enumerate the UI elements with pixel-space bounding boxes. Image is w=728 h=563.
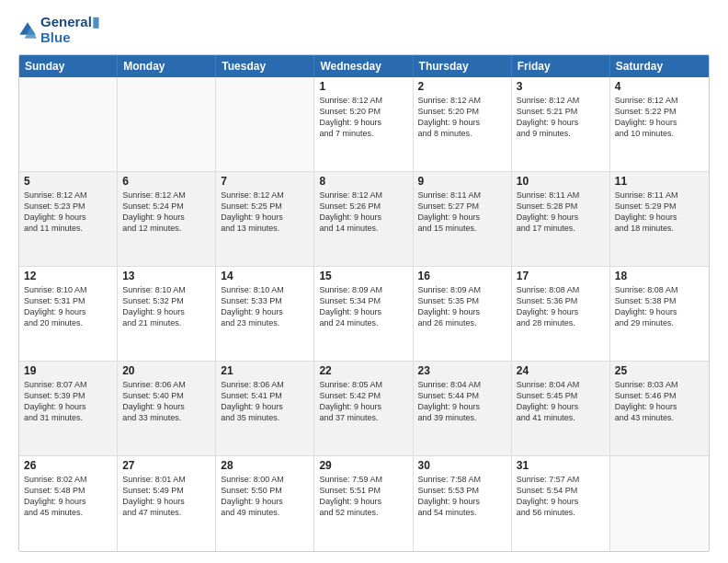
cell-text: Sunrise: 8:12 AM Sunset: 5:26 PM Dayligh… xyxy=(319,190,407,235)
day-cell-24: 24Sunrise: 8:04 AM Sunset: 5:45 PM Dayli… xyxy=(512,362,610,455)
day-cell-9: 9Sunrise: 8:11 AM Sunset: 5:27 PM Daylig… xyxy=(414,172,512,266)
day-cell-26: 26Sunrise: 8:02 AM Sunset: 5:48 PM Dayli… xyxy=(19,456,118,551)
calendar-header: SundayMondayTuesdayWednesdayThursdayFrid… xyxy=(19,55,709,77)
day-cell-13: 13Sunrise: 8:10 AM Sunset: 5:32 PM Dayli… xyxy=(118,267,216,361)
day-number: 1 xyxy=(319,80,407,93)
day-cell-15: 15Sunrise: 8:09 AM Sunset: 5:34 PM Dayli… xyxy=(314,267,413,361)
day-cell-4: 4Sunrise: 8:12 AM Sunset: 5:22 PM Daylig… xyxy=(610,77,709,171)
logo: General▮ Blue xyxy=(18,15,99,45)
day-number: 3 xyxy=(517,80,605,93)
day-number: 12 xyxy=(24,270,112,282)
cell-text: Sunrise: 8:06 AM Sunset: 5:40 PM Dayligh… xyxy=(122,379,210,424)
day-number: 18 xyxy=(615,270,704,282)
day-cell-17: 17Sunrise: 8:08 AM Sunset: 5:36 PM Dayli… xyxy=(512,267,610,361)
day-number: 2 xyxy=(418,80,506,93)
cell-text: Sunrise: 7:57 AM Sunset: 5:54 PM Dayligh… xyxy=(517,474,605,519)
day-number: 26 xyxy=(24,459,112,472)
weekday-header-sunday: Sunday xyxy=(19,55,118,77)
cell-text: Sunrise: 8:11 AM Sunset: 5:29 PM Dayligh… xyxy=(615,190,704,235)
day-number: 4 xyxy=(615,80,704,93)
day-cell-12: 12Sunrise: 8:10 AM Sunset: 5:31 PM Dayli… xyxy=(19,267,118,361)
week-row-2: 5Sunrise: 8:12 AM Sunset: 5:23 PM Daylig… xyxy=(19,172,709,267)
day-cell-28: 28Sunrise: 8:00 AM Sunset: 5:50 PM Dayli… xyxy=(216,456,314,551)
day-number: 10 xyxy=(517,175,605,188)
day-cell-19: 19Sunrise: 8:07 AM Sunset: 5:39 PM Dayli… xyxy=(19,362,118,455)
day-number: 31 xyxy=(517,459,605,472)
cell-text: Sunrise: 7:59 AM Sunset: 5:51 PM Dayligh… xyxy=(319,474,407,519)
cell-text: Sunrise: 8:08 AM Sunset: 5:36 PM Dayligh… xyxy=(517,284,605,329)
day-cell-23: 23Sunrise: 8:04 AM Sunset: 5:44 PM Dayli… xyxy=(414,362,512,455)
weekday-header-thursday: Thursday xyxy=(414,55,512,77)
day-number: 7 xyxy=(221,175,309,188)
cell-text: Sunrise: 8:05 AM Sunset: 5:42 PM Dayligh… xyxy=(319,379,407,424)
day-cell-27: 27Sunrise: 8:01 AM Sunset: 5:49 PM Dayli… xyxy=(118,456,216,551)
day-cell-20: 20Sunrise: 8:06 AM Sunset: 5:40 PM Dayli… xyxy=(118,362,216,455)
cell-text: Sunrise: 8:06 AM Sunset: 5:41 PM Dayligh… xyxy=(221,379,309,424)
cell-text: Sunrise: 8:11 AM Sunset: 5:28 PM Dayligh… xyxy=(517,190,605,235)
week-row-5: 26Sunrise: 8:02 AM Sunset: 5:48 PM Dayli… xyxy=(19,456,709,551)
cell-text: Sunrise: 8:12 AM Sunset: 5:20 PM Dayligh… xyxy=(418,95,506,140)
cell-text: Sunrise: 8:09 AM Sunset: 5:35 PM Dayligh… xyxy=(418,284,506,329)
day-cell-14: 14Sunrise: 8:10 AM Sunset: 5:33 PM Dayli… xyxy=(216,267,314,361)
day-number: 16 xyxy=(418,270,506,282)
cell-text: Sunrise: 8:10 AM Sunset: 5:31 PM Dayligh… xyxy=(24,284,112,329)
weekday-header-saturday: Saturday xyxy=(610,55,709,77)
day-cell-7: 7Sunrise: 8:12 AM Sunset: 5:25 PM Daylig… xyxy=(216,172,314,266)
day-number: 22 xyxy=(319,364,407,377)
day-cell-11: 11Sunrise: 8:11 AM Sunset: 5:29 PM Dayli… xyxy=(610,172,709,266)
week-row-3: 12Sunrise: 8:10 AM Sunset: 5:31 PM Dayli… xyxy=(19,267,709,362)
day-cell-21: 21Sunrise: 8:06 AM Sunset: 5:41 PM Dayli… xyxy=(216,362,314,455)
day-cell-16: 16Sunrise: 8:09 AM Sunset: 5:35 PM Dayli… xyxy=(414,267,512,361)
day-number: 5 xyxy=(24,175,112,188)
day-cell-10: 10Sunrise: 8:11 AM Sunset: 5:28 PM Dayli… xyxy=(512,172,610,266)
header: General▮ Blue xyxy=(18,15,710,45)
day-cell-25: 25Sunrise: 8:03 AM Sunset: 5:46 PM Dayli… xyxy=(610,362,709,455)
cell-text: Sunrise: 8:12 AM Sunset: 5:22 PM Dayligh… xyxy=(615,95,704,140)
day-number: 21 xyxy=(221,364,309,377)
day-cell-6: 6Sunrise: 8:12 AM Sunset: 5:24 PM Daylig… xyxy=(118,172,216,266)
weekday-header-monday: Monday xyxy=(118,55,216,77)
cell-text: Sunrise: 8:08 AM Sunset: 5:38 PM Dayligh… xyxy=(615,284,704,329)
cell-text: Sunrise: 8:10 AM Sunset: 5:33 PM Dayligh… xyxy=(221,284,309,329)
weekday-header-friday: Friday xyxy=(512,55,610,77)
day-number: 28 xyxy=(221,459,309,472)
week-row-4: 19Sunrise: 8:07 AM Sunset: 5:39 PM Dayli… xyxy=(19,362,709,456)
day-cell-22: 22Sunrise: 8:05 AM Sunset: 5:42 PM Dayli… xyxy=(314,362,413,455)
day-cell-8: 8Sunrise: 8:12 AM Sunset: 5:26 PM Daylig… xyxy=(314,172,413,266)
cell-text: Sunrise: 8:12 AM Sunset: 5:20 PM Dayligh… xyxy=(319,95,407,140)
empty-cell xyxy=(19,77,118,171)
cell-text: Sunrise: 8:12 AM Sunset: 5:23 PM Dayligh… xyxy=(24,190,112,235)
empty-cell xyxy=(610,456,709,551)
day-cell-1: 1Sunrise: 8:12 AM Sunset: 5:20 PM Daylig… xyxy=(314,77,413,171)
cell-text: Sunrise: 8:09 AM Sunset: 5:34 PM Dayligh… xyxy=(319,284,407,329)
day-number: 20 xyxy=(122,364,210,377)
weekday-header-tuesday: Tuesday xyxy=(216,55,314,77)
day-number: 27 xyxy=(122,459,210,472)
logo-icon xyxy=(18,21,37,40)
cell-text: Sunrise: 8:12 AM Sunset: 5:25 PM Dayligh… xyxy=(221,190,309,235)
cell-text: Sunrise: 8:01 AM Sunset: 5:49 PM Dayligh… xyxy=(122,474,210,519)
cell-text: Sunrise: 8:12 AM Sunset: 5:21 PM Dayligh… xyxy=(517,95,605,140)
day-number: 9 xyxy=(418,175,506,188)
day-number: 29 xyxy=(319,459,407,472)
day-number: 23 xyxy=(418,364,506,377)
day-cell-31: 31Sunrise: 7:57 AM Sunset: 5:54 PM Dayli… xyxy=(512,456,610,551)
cell-text: Sunrise: 8:07 AM Sunset: 5:39 PM Dayligh… xyxy=(24,379,112,424)
day-number: 11 xyxy=(615,175,704,188)
cell-text: Sunrise: 8:00 AM Sunset: 5:50 PM Dayligh… xyxy=(221,474,309,519)
empty-cell xyxy=(118,77,216,171)
page: General▮ Blue SundayMondayTuesdayWednesd… xyxy=(0,0,728,563)
weekday-header-wednesday: Wednesday xyxy=(314,55,413,77)
day-cell-3: 3Sunrise: 8:12 AM Sunset: 5:21 PM Daylig… xyxy=(512,77,610,171)
day-cell-18: 18Sunrise: 8:08 AM Sunset: 5:38 PM Dayli… xyxy=(610,267,709,361)
calendar: SundayMondayTuesdayWednesdayThursdayFrid… xyxy=(18,54,710,552)
cell-text: Sunrise: 8:12 AM Sunset: 5:24 PM Dayligh… xyxy=(122,190,210,235)
cell-text: Sunrise: 8:04 AM Sunset: 5:45 PM Dayligh… xyxy=(517,379,605,424)
cell-text: Sunrise: 8:03 AM Sunset: 5:46 PM Dayligh… xyxy=(615,379,704,424)
day-cell-29: 29Sunrise: 7:59 AM Sunset: 5:51 PM Dayli… xyxy=(314,456,413,551)
day-cell-2: 2Sunrise: 8:12 AM Sunset: 5:20 PM Daylig… xyxy=(414,77,512,171)
calendar-body: 1Sunrise: 8:12 AM Sunset: 5:20 PM Daylig… xyxy=(19,77,709,551)
empty-cell xyxy=(216,77,314,171)
day-number: 25 xyxy=(615,364,704,377)
day-number: 17 xyxy=(517,270,605,282)
